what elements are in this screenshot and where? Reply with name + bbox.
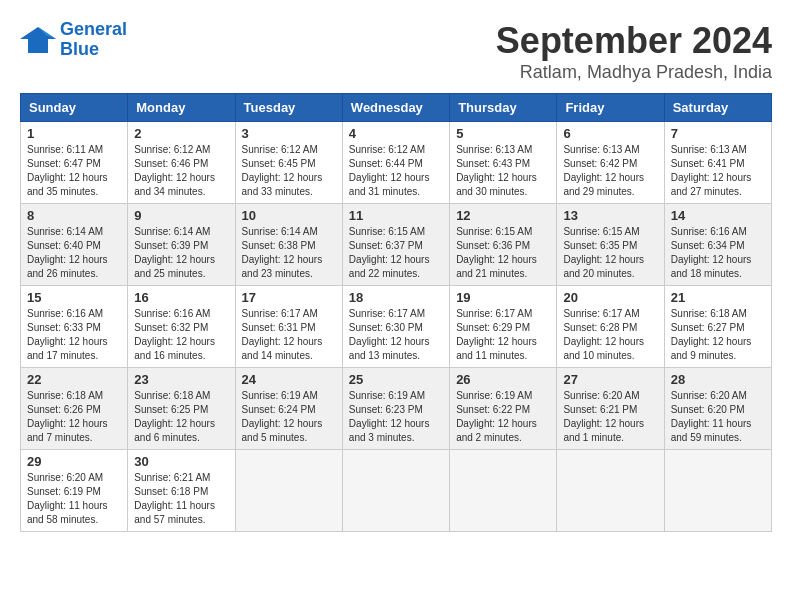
calendar-cell: 9 Sunrise: 6:14 AMSunset: 6:39 PMDayligh… (128, 204, 235, 286)
day-info: Sunrise: 6:13 AMSunset: 6:41 PMDaylight:… (671, 143, 765, 199)
calendar-cell: 2 Sunrise: 6:12 AMSunset: 6:46 PMDayligh… (128, 122, 235, 204)
day-info: Sunrise: 6:20 AMSunset: 6:20 PMDaylight:… (671, 389, 765, 445)
calendar-cell: 5 Sunrise: 6:13 AMSunset: 6:43 PMDayligh… (450, 122, 557, 204)
day-number: 14 (671, 208, 765, 223)
day-number: 17 (242, 290, 336, 305)
day-info: Sunrise: 6:19 AMSunset: 6:23 PMDaylight:… (349, 389, 443, 445)
day-info: Sunrise: 6:13 AMSunset: 6:43 PMDaylight:… (456, 143, 550, 199)
day-number: 13 (563, 208, 657, 223)
calendar-cell: 11 Sunrise: 6:15 AMSunset: 6:37 PMDaylig… (342, 204, 449, 286)
calendar-cell: 15 Sunrise: 6:16 AMSunset: 6:33 PMDaylig… (21, 286, 128, 368)
calendar-week-row: 8 Sunrise: 6:14 AMSunset: 6:40 PMDayligh… (21, 204, 772, 286)
day-number: 7 (671, 126, 765, 141)
calendar-cell (557, 450, 664, 532)
calendar-title: September 2024 (496, 20, 772, 62)
calendar-cell: 4 Sunrise: 6:12 AMSunset: 6:44 PMDayligh… (342, 122, 449, 204)
day-number: 10 (242, 208, 336, 223)
header: General Blue September 2024 Ratlam, Madh… (20, 20, 772, 83)
day-info: Sunrise: 6:21 AMSunset: 6:18 PMDaylight:… (134, 471, 228, 527)
calendar-cell: 6 Sunrise: 6:13 AMSunset: 6:42 PMDayligh… (557, 122, 664, 204)
day-number: 1 (27, 126, 121, 141)
calendar-cell: 24 Sunrise: 6:19 AMSunset: 6:24 PMDaylig… (235, 368, 342, 450)
svg-marker-0 (20, 27, 56, 53)
logo-line1: General (60, 19, 127, 39)
logo-icon (20, 25, 56, 55)
day-info: Sunrise: 6:17 AMSunset: 6:30 PMDaylight:… (349, 307, 443, 363)
weekday-header: Sunday (21, 94, 128, 122)
day-number: 23 (134, 372, 228, 387)
day-info: Sunrise: 6:20 AMSunset: 6:21 PMDaylight:… (563, 389, 657, 445)
day-number: 26 (456, 372, 550, 387)
day-info: Sunrise: 6:17 AMSunset: 6:29 PMDaylight:… (456, 307, 550, 363)
day-info: Sunrise: 6:14 AMSunset: 6:39 PMDaylight:… (134, 225, 228, 281)
day-number: 15 (27, 290, 121, 305)
day-number: 18 (349, 290, 443, 305)
calendar-cell: 22 Sunrise: 6:18 AMSunset: 6:26 PMDaylig… (21, 368, 128, 450)
day-number: 8 (27, 208, 121, 223)
day-info: Sunrise: 6:16 AMSunset: 6:34 PMDaylight:… (671, 225, 765, 281)
day-number: 20 (563, 290, 657, 305)
day-info: Sunrise: 6:14 AMSunset: 6:38 PMDaylight:… (242, 225, 336, 281)
calendar-table: SundayMondayTuesdayWednesdayThursdayFrid… (20, 93, 772, 532)
logo: General Blue (20, 20, 127, 60)
day-info: Sunrise: 6:19 AMSunset: 6:22 PMDaylight:… (456, 389, 550, 445)
calendar-cell: 27 Sunrise: 6:20 AMSunset: 6:21 PMDaylig… (557, 368, 664, 450)
day-number: 6 (563, 126, 657, 141)
day-number: 9 (134, 208, 228, 223)
day-number: 3 (242, 126, 336, 141)
calendar-week-row: 15 Sunrise: 6:16 AMSunset: 6:33 PMDaylig… (21, 286, 772, 368)
day-info: Sunrise: 6:18 AMSunset: 6:25 PMDaylight:… (134, 389, 228, 445)
day-number: 22 (27, 372, 121, 387)
day-info: Sunrise: 6:17 AMSunset: 6:28 PMDaylight:… (563, 307, 657, 363)
weekday-header: Saturday (664, 94, 771, 122)
calendar-week-row: 29 Sunrise: 6:20 AMSunset: 6:19 PMDaylig… (21, 450, 772, 532)
weekday-header: Thursday (450, 94, 557, 122)
calendar-cell: 14 Sunrise: 6:16 AMSunset: 6:34 PMDaylig… (664, 204, 771, 286)
day-number: 21 (671, 290, 765, 305)
day-info: Sunrise: 6:16 AMSunset: 6:33 PMDaylight:… (27, 307, 121, 363)
day-info: Sunrise: 6:17 AMSunset: 6:31 PMDaylight:… (242, 307, 336, 363)
day-number: 12 (456, 208, 550, 223)
day-number: 4 (349, 126, 443, 141)
day-info: Sunrise: 6:15 AMSunset: 6:36 PMDaylight:… (456, 225, 550, 281)
calendar-cell: 21 Sunrise: 6:18 AMSunset: 6:27 PMDaylig… (664, 286, 771, 368)
calendar-cell (450, 450, 557, 532)
day-number: 2 (134, 126, 228, 141)
calendar-cell: 10 Sunrise: 6:14 AMSunset: 6:38 PMDaylig… (235, 204, 342, 286)
day-info: Sunrise: 6:15 AMSunset: 6:35 PMDaylight:… (563, 225, 657, 281)
calendar-cell: 16 Sunrise: 6:16 AMSunset: 6:32 PMDaylig… (128, 286, 235, 368)
day-number: 16 (134, 290, 228, 305)
calendar-cell: 28 Sunrise: 6:20 AMSunset: 6:20 PMDaylig… (664, 368, 771, 450)
day-info: Sunrise: 6:18 AMSunset: 6:27 PMDaylight:… (671, 307, 765, 363)
day-info: Sunrise: 6:19 AMSunset: 6:24 PMDaylight:… (242, 389, 336, 445)
day-number: 28 (671, 372, 765, 387)
day-info: Sunrise: 6:12 AMSunset: 6:44 PMDaylight:… (349, 143, 443, 199)
calendar-cell (235, 450, 342, 532)
calendar-cell: 29 Sunrise: 6:20 AMSunset: 6:19 PMDaylig… (21, 450, 128, 532)
calendar-cell: 26 Sunrise: 6:19 AMSunset: 6:22 PMDaylig… (450, 368, 557, 450)
day-number: 5 (456, 126, 550, 141)
calendar-week-row: 1 Sunrise: 6:11 AMSunset: 6:47 PMDayligh… (21, 122, 772, 204)
weekday-header: Friday (557, 94, 664, 122)
weekday-header: Tuesday (235, 94, 342, 122)
calendar-cell: 30 Sunrise: 6:21 AMSunset: 6:18 PMDaylig… (128, 450, 235, 532)
logo-text: General Blue (60, 20, 127, 60)
day-number: 30 (134, 454, 228, 469)
calendar-cell: 25 Sunrise: 6:19 AMSunset: 6:23 PMDaylig… (342, 368, 449, 450)
day-info: Sunrise: 6:18 AMSunset: 6:26 PMDaylight:… (27, 389, 121, 445)
calendar-cell: 19 Sunrise: 6:17 AMSunset: 6:29 PMDaylig… (450, 286, 557, 368)
day-number: 25 (349, 372, 443, 387)
calendar-cell: 17 Sunrise: 6:17 AMSunset: 6:31 PMDaylig… (235, 286, 342, 368)
day-number: 27 (563, 372, 657, 387)
calendar-week-row: 22 Sunrise: 6:18 AMSunset: 6:26 PMDaylig… (21, 368, 772, 450)
day-info: Sunrise: 6:12 AMSunset: 6:45 PMDaylight:… (242, 143, 336, 199)
calendar-cell: 3 Sunrise: 6:12 AMSunset: 6:45 PMDayligh… (235, 122, 342, 204)
weekday-header: Monday (128, 94, 235, 122)
day-info: Sunrise: 6:12 AMSunset: 6:46 PMDaylight:… (134, 143, 228, 199)
day-number: 11 (349, 208, 443, 223)
day-info: Sunrise: 6:15 AMSunset: 6:37 PMDaylight:… (349, 225, 443, 281)
calendar-cell (342, 450, 449, 532)
calendar-cell: 7 Sunrise: 6:13 AMSunset: 6:41 PMDayligh… (664, 122, 771, 204)
title-area: September 2024 Ratlam, Madhya Pradesh, I… (496, 20, 772, 83)
calendar-subtitle: Ratlam, Madhya Pradesh, India (496, 62, 772, 83)
